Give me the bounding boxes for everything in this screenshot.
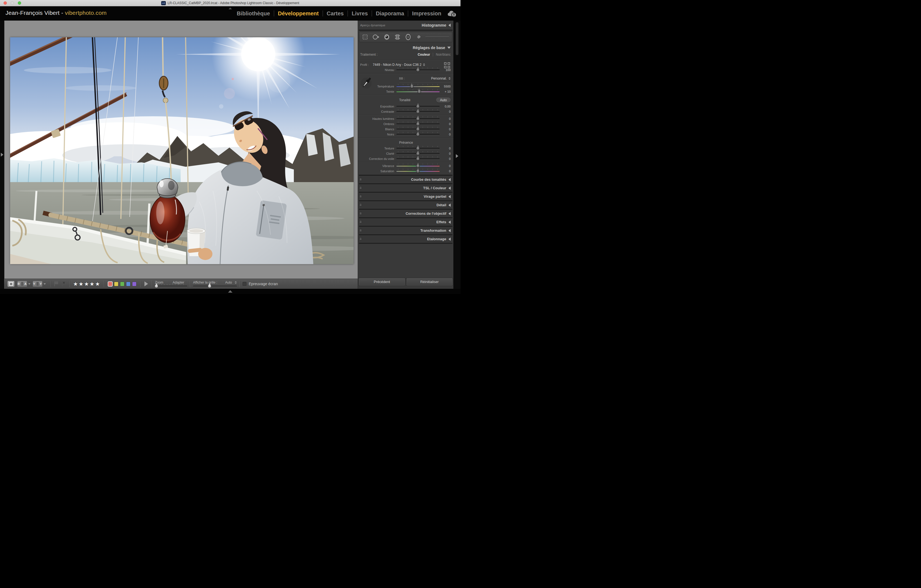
color-label-purple[interactable] [132, 282, 137, 286]
module-livres[interactable]: Livres [348, 10, 372, 17]
panel-effects[interactable]: Effets [358, 219, 453, 225]
saturation-slider-thumb[interactable] [416, 169, 420, 173]
adjustment-brush-icon[interactable] [415, 34, 423, 40]
previous-button[interactable]: Précédent [359, 278, 405, 285]
module-diaporama[interactable]: Diaporama [372, 10, 408, 17]
whites-slider[interactable] [396, 127, 440, 131]
saturation-value[interactable]: 0 [440, 169, 451, 173]
highlights-slider[interactable] [396, 117, 440, 121]
grid-size-slider-thumb[interactable] [208, 284, 212, 288]
texture-slider-thumb[interactable] [416, 147, 420, 150]
contrast-slider-thumb[interactable] [416, 110, 420, 114]
amount-slider-thumb[interactable] [416, 68, 420, 72]
stepper-icon[interactable] [448, 77, 451, 80]
right-panel-collapse-arrow-icon[interactable] [456, 154, 458, 158]
clarity-slider[interactable] [396, 152, 440, 155]
blacks-slider[interactable] [396, 133, 440, 136]
module-developpement[interactable]: Développement [274, 10, 323, 17]
module-bibliotheque[interactable]: Bibliothèque [233, 10, 274, 17]
blacks-slider-thumb[interactable] [416, 132, 420, 136]
shadows-slider[interactable] [396, 122, 440, 125]
softproof-checkbox[interactable] [242, 282, 246, 286]
compare-view-dropdown-icon[interactable] [28, 283, 31, 285]
color-label-green[interactable] [120, 282, 124, 286]
pick-flag-icon[interactable] [54, 281, 59, 287]
panel-toggle-switch[interactable] [360, 220, 362, 223]
left-panel-reveal-arrow-icon[interactable] [1, 153, 3, 156]
spot-removal-icon[interactable] [372, 34, 379, 40]
clarity-value[interactable]: 0 [440, 152, 451, 155]
stepper-icon[interactable] [423, 64, 425, 66]
exposure-slider[interactable] [396, 105, 440, 108]
minimize-window-button[interactable] [11, 2, 14, 5]
shadows-value[interactable]: 0 [440, 122, 451, 125]
panel-split-toning[interactable]: Virage partiel [358, 193, 453, 200]
filmstrip-reveal-arrow-icon[interactable] [228, 290, 233, 293]
loupe-view-button[interactable] [7, 281, 15, 287]
histogram-panel-header[interactable]: Histogramme [422, 23, 451, 28]
panel-toggle-switch[interactable] [360, 186, 362, 189]
panel-tone-curve[interactable]: Courbe des tonalités [358, 176, 453, 182]
dehaze-slider-thumb[interactable] [416, 157, 420, 161]
fit-label[interactable]: Adapter [173, 280, 184, 284]
slideshow-play-icon[interactable] [145, 282, 148, 286]
contrast-value[interactable]: 0 [440, 110, 451, 113]
tint-slider-thumb[interactable] [417, 90, 421, 93]
tint-slider[interactable] [396, 90, 440, 93]
vibrance-value[interactable]: 0 [440, 164, 451, 168]
highlights-slider-thumb[interactable] [416, 117, 420, 121]
panel-scrollbar[interactable] [456, 22, 459, 55]
profile-browser-icon[interactable] [444, 62, 450, 68]
zoom-slider-thumb[interactable] [155, 284, 158, 288]
texture-slider[interactable] [396, 147, 440, 150]
exposure-value[interactable]: 0,00 [440, 105, 451, 108]
contrast-slider[interactable] [396, 110, 440, 113]
amount-value[interactable]: 100 [440, 68, 451, 72]
highlights-value[interactable]: 0 [440, 117, 451, 121]
basic-panel-header[interactable]: Réglages de base [358, 44, 453, 51]
temperature-slider-thumb[interactable] [410, 85, 413, 88]
photo-preview[interactable] [10, 37, 353, 264]
panel-hsl-color[interactable]: TSL / Couleur [358, 185, 453, 191]
before-after-dropdown-icon[interactable] [44, 283, 46, 285]
whites-value[interactable]: 0 [440, 127, 451, 131]
radial-filter-icon[interactable] [405, 34, 412, 40]
before-after-view-button[interactable]: YY [33, 281, 42, 287]
exposure-slider-thumb[interactable] [416, 104, 420, 108]
panel-transform[interactable]: Transformation [358, 227, 453, 234]
amount-slider[interactable] [396, 68, 440, 72]
vibrance-slider[interactable] [396, 164, 440, 168]
grid-mode-dropdown[interactable]: Auto [225, 280, 237, 284]
treatment-bw-option[interactable]: Noir/blanc [436, 53, 451, 57]
auto-tone-button[interactable]: Auto [436, 98, 451, 103]
clarity-slider-thumb[interactable] [416, 151, 420, 155]
vibrance-slider-thumb[interactable] [416, 164, 420, 168]
star-rating[interactable]: ★★★★★ [73, 281, 101, 287]
color-label-red[interactable] [108, 282, 112, 286]
close-window-button[interactable] [3, 2, 7, 5]
panel-toggle-switch[interactable] [360, 229, 362, 232]
temperature-slider[interactable] [396, 85, 440, 88]
module-impression[interactable]: Impression [408, 10, 445, 17]
graduated-filter-icon[interactable] [394, 34, 401, 40]
panel-toggle-switch[interactable] [360, 237, 362, 240]
dehaze-slider[interactable] [396, 157, 440, 160]
profile-dropdown[interactable]: 7449 - Nikon D Any - Doux C36 2 [373, 63, 421, 67]
module-cartes[interactable]: Cartes [323, 10, 348, 17]
panel-toggle-switch[interactable] [360, 195, 362, 198]
panel-calibration[interactable]: Etalonnage [358, 236, 453, 242]
shadows-slider-thumb[interactable] [416, 122, 420, 126]
reset-button[interactable]: Réinitialiser [407, 278, 453, 285]
color-label-yellow[interactable] [114, 282, 119, 286]
panel-toggle-switch[interactable] [360, 212, 362, 215]
top-panel-collapse-arrow-icon[interactable] [229, 7, 232, 9]
panel-detail[interactable]: Détail [358, 202, 453, 208]
panel-toggle-switch[interactable] [360, 203, 362, 206]
grid-size-slider[interactable] [193, 285, 237, 287]
maximize-window-button[interactable] [18, 2, 21, 5]
crop-overlay-icon[interactable] [362, 34, 368, 40]
wb-dropdown[interactable]: Personnal. [405, 77, 447, 80]
dehaze-value[interactable]: 0 [440, 157, 451, 160]
cloud-sync-alert-icon[interactable] [447, 10, 458, 18]
treatment-color-option[interactable]: Couleur [418, 53, 430, 57]
